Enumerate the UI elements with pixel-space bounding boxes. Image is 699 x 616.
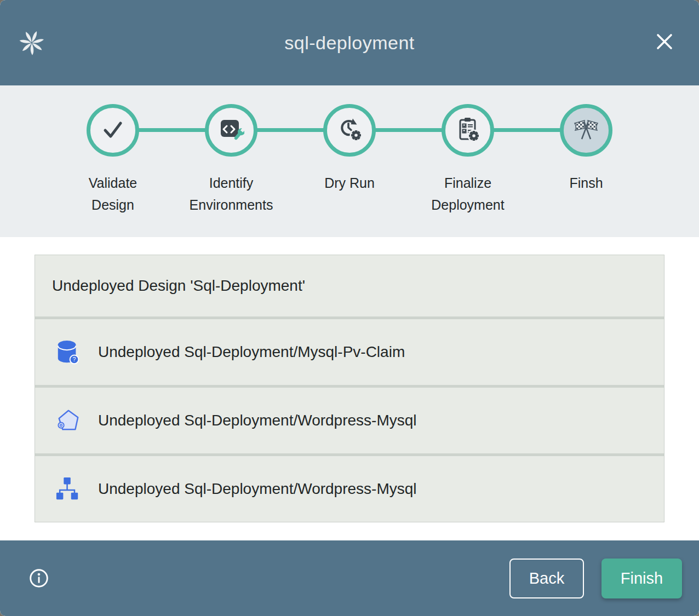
step-circle xyxy=(560,104,612,157)
info-button[interactable] xyxy=(28,568,49,589)
svg-text:?: ? xyxy=(73,356,76,362)
step-validate-design: Validate Design xyxy=(54,104,172,237)
results-title-row: Undeployed Design 'Sql-Deployment' xyxy=(35,255,664,316)
step-label: Finalize Deployment xyxy=(423,172,513,216)
check-icon xyxy=(100,116,126,145)
step-dry-run: Dry Run xyxy=(290,104,409,237)
pod-icon xyxy=(55,408,81,433)
back-button[interactable]: Back xyxy=(509,559,584,598)
result-row-text: Undeployed Sql-Deployment/Wordpress-Mysq… xyxy=(98,480,417,498)
database-icon: ? xyxy=(55,339,81,365)
meshery-pinwheel-logo-icon xyxy=(18,29,45,56)
dialog-header: sql-deployment xyxy=(0,0,699,85)
result-row-text: Undeployed Sql-Deployment/Wordpress-Mysq… xyxy=(98,412,417,429)
checkered-flags-icon xyxy=(572,116,600,145)
close-icon xyxy=(654,31,675,54)
result-row-wordpress-mysql-pod: Undeployed Sql-Deployment/Wordpress-Mysq… xyxy=(35,388,664,453)
step-label: Identify Environments xyxy=(186,172,277,216)
finish-button[interactable]: Finish xyxy=(601,559,682,598)
step-identify-environments: Identify Environments xyxy=(172,104,290,237)
step-circle xyxy=(205,104,257,157)
clipboard-checklist-gear-icon xyxy=(455,116,481,145)
result-row-text: Undeployed Sql-Deployment/Mysql-Pv-Claim xyxy=(98,343,405,361)
step-label: Validate Design xyxy=(68,172,158,216)
code-window-wrench-icon xyxy=(218,116,244,145)
step-circle xyxy=(87,104,139,157)
result-row-wordpress-mysql-tree: Undeployed Sql-Deployment/Wordpress-Mysq… xyxy=(35,456,664,522)
results-title: Undeployed Design 'Sql-Deployment' xyxy=(52,277,305,295)
dialog-content: Undeployed Design 'Sql-Deployment' ? Und… xyxy=(0,237,699,540)
step-label: Finsh xyxy=(569,172,603,194)
dialog-title: sql-deployment xyxy=(284,32,415,54)
step-label: Dry Run xyxy=(324,172,375,194)
wizard-stepper: Validate Design Ide xyxy=(0,85,699,237)
close-button[interactable] xyxy=(654,32,675,53)
info-icon xyxy=(28,582,49,590)
step-finalize-deployment: Finalize Deployment xyxy=(409,104,527,237)
result-row-mysql-pv-claim: ? Undeployed Sql-Deployment/Mysql-Pv-Cla… xyxy=(35,319,664,385)
step-circle xyxy=(442,104,494,157)
sync-clock-gear-icon xyxy=(336,116,363,145)
hierarchy-icon xyxy=(55,476,81,502)
step-circle xyxy=(323,104,376,157)
dialog-footer: Back Finish xyxy=(0,540,699,616)
step-finish: Finsh xyxy=(527,104,645,237)
deployment-results-card: Undeployed Design 'Sql-Deployment' ? Und… xyxy=(35,255,664,522)
sql-deployment-wizard-dialog: sql-deployment Validate Design xyxy=(0,0,699,616)
